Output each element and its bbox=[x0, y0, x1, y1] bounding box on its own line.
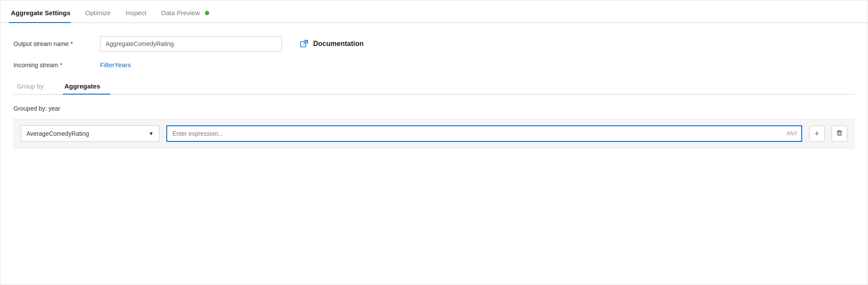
chevron-down-icon: ▼ bbox=[149, 131, 154, 137]
column-dropdown[interactable]: AverageComedyRating ▼ bbox=[21, 125, 159, 142]
add-aggregate-button[interactable]: + bbox=[809, 126, 825, 141]
output-stream-row: Output stream name* Documentation bbox=[13, 36, 855, 52]
sub-tab-bar: Group by Aggregates bbox=[13, 78, 855, 95]
expression-input[interactable] bbox=[166, 125, 802, 142]
sub-tab-group-by-label: Group by bbox=[17, 82, 44, 90]
grouped-by-label: Grouped by: year bbox=[13, 105, 855, 112]
aggregate-row-container: AverageComedyRating ▼ ANY + bbox=[13, 119, 855, 148]
svg-rect-1 bbox=[838, 131, 841, 135]
external-link-icon bbox=[299, 39, 309, 49]
incoming-stream-label: Incoming stream* bbox=[13, 62, 100, 69]
output-stream-input[interactable] bbox=[100, 36, 282, 52]
documentation-label: Documentation bbox=[313, 40, 363, 48]
main-container: Aggregate Settings Optimize Inspect Data… bbox=[0, 0, 868, 285]
tab-inspect[interactable]: Inspect bbox=[124, 3, 155, 23]
content-area: Output stream name* Documentation Incomi… bbox=[0, 23, 868, 285]
tab-data-preview-label: Data Preview bbox=[161, 9, 200, 16]
sub-tab-aggregates-label: Aggregates bbox=[65, 82, 100, 90]
dropdown-value: AverageComedyRating bbox=[26, 130, 89, 137]
tab-optimize[interactable]: Optimize bbox=[84, 3, 120, 23]
tab-aggregate-settings-label: Aggregate Settings bbox=[11, 9, 71, 16]
documentation-link[interactable]: Documentation bbox=[299, 39, 363, 49]
tab-inspect-label: Inspect bbox=[126, 9, 146, 16]
any-badge: ANY bbox=[787, 131, 798, 137]
output-stream-required: * bbox=[71, 40, 73, 47]
top-tab-bar: Aggregate Settings Optimize Inspect Data… bbox=[0, 0, 868, 23]
sub-tab-aggregates[interactable]: Aggregates bbox=[63, 78, 111, 94]
plus-icon: + bbox=[815, 129, 819, 138]
delete-aggregate-button[interactable] bbox=[832, 126, 847, 141]
incoming-stream-link[interactable]: FilterYears bbox=[100, 61, 131, 69]
tab-data-preview[interactable]: Data Preview bbox=[159, 3, 218, 23]
tab-optimize-label: Optimize bbox=[85, 9, 111, 16]
expression-input-wrapper: ANY bbox=[166, 125, 802, 142]
tab-aggregate-settings[interactable]: Aggregate Settings bbox=[9, 3, 79, 23]
trash-icon bbox=[836, 129, 843, 139]
incoming-stream-row: Incoming stream* FilterYears bbox=[13, 61, 855, 69]
sub-tab-group-by[interactable]: Group by bbox=[15, 78, 54, 94]
data-preview-indicator bbox=[205, 11, 209, 15]
output-stream-label: Output stream name* bbox=[13, 40, 100, 47]
incoming-stream-required: * bbox=[60, 62, 62, 69]
